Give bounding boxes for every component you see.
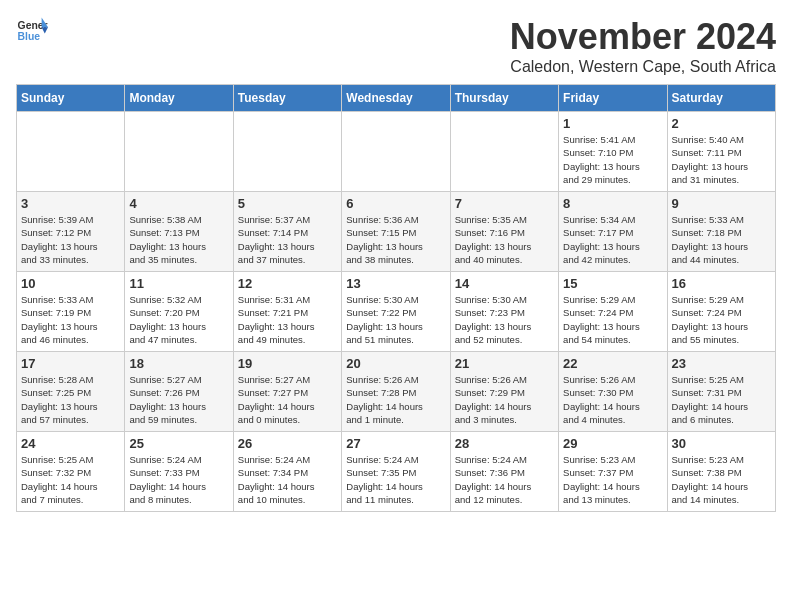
- day-number: 29: [563, 436, 662, 451]
- calendar-cell: 28Sunrise: 5:24 AM Sunset: 7:36 PM Dayli…: [450, 432, 558, 512]
- calendar-cell: 11Sunrise: 5:32 AM Sunset: 7:20 PM Dayli…: [125, 272, 233, 352]
- day-info: Sunrise: 5:26 AM Sunset: 7:30 PM Dayligh…: [563, 373, 662, 426]
- calendar-cell: 1Sunrise: 5:41 AM Sunset: 7:10 PM Daylig…: [559, 112, 667, 192]
- day-number: 19: [238, 356, 337, 371]
- calendar-cell: 8Sunrise: 5:34 AM Sunset: 7:17 PM Daylig…: [559, 192, 667, 272]
- calendar-cell: 10Sunrise: 5:33 AM Sunset: 7:19 PM Dayli…: [17, 272, 125, 352]
- day-info: Sunrise: 5:23 AM Sunset: 7:37 PM Dayligh…: [563, 453, 662, 506]
- calendar-cell: 30Sunrise: 5:23 AM Sunset: 7:38 PM Dayli…: [667, 432, 775, 512]
- calendar-cell: 13Sunrise: 5:30 AM Sunset: 7:22 PM Dayli…: [342, 272, 450, 352]
- day-number: 9: [672, 196, 771, 211]
- day-number: 1: [563, 116, 662, 131]
- calendar-cell: 20Sunrise: 5:26 AM Sunset: 7:28 PM Dayli…: [342, 352, 450, 432]
- calendar-cell: 6Sunrise: 5:36 AM Sunset: 7:15 PM Daylig…: [342, 192, 450, 272]
- calendar-cell: [450, 112, 558, 192]
- day-info: Sunrise: 5:33 AM Sunset: 7:19 PM Dayligh…: [21, 293, 120, 346]
- calendar-table: SundayMondayTuesdayWednesdayThursdayFrid…: [16, 84, 776, 512]
- calendar-cell: 18Sunrise: 5:27 AM Sunset: 7:26 PM Dayli…: [125, 352, 233, 432]
- calendar-cell: 24Sunrise: 5:25 AM Sunset: 7:32 PM Dayli…: [17, 432, 125, 512]
- day-number: 18: [129, 356, 228, 371]
- day-number: 28: [455, 436, 554, 451]
- day-number: 5: [238, 196, 337, 211]
- calendar-cell: 9Sunrise: 5:33 AM Sunset: 7:18 PM Daylig…: [667, 192, 775, 272]
- day-info: Sunrise: 5:32 AM Sunset: 7:20 PM Dayligh…: [129, 293, 228, 346]
- day-number: 21: [455, 356, 554, 371]
- day-info: Sunrise: 5:36 AM Sunset: 7:15 PM Dayligh…: [346, 213, 445, 266]
- day-info: Sunrise: 5:27 AM Sunset: 7:27 PM Dayligh…: [238, 373, 337, 426]
- day-info: Sunrise: 5:33 AM Sunset: 7:18 PM Dayligh…: [672, 213, 771, 266]
- day-number: 16: [672, 276, 771, 291]
- day-info: Sunrise: 5:29 AM Sunset: 7:24 PM Dayligh…: [672, 293, 771, 346]
- day-info: Sunrise: 5:34 AM Sunset: 7:17 PM Dayligh…: [563, 213, 662, 266]
- day-info: Sunrise: 5:25 AM Sunset: 7:32 PM Dayligh…: [21, 453, 120, 506]
- day-number: 24: [21, 436, 120, 451]
- day-number: 10: [21, 276, 120, 291]
- logo: General Blue: [16, 16, 48, 44]
- calendar-cell: 15Sunrise: 5:29 AM Sunset: 7:24 PM Dayli…: [559, 272, 667, 352]
- day-info: Sunrise: 5:40 AM Sunset: 7:11 PM Dayligh…: [672, 133, 771, 186]
- logo-icon: General Blue: [16, 16, 48, 44]
- day-info: Sunrise: 5:28 AM Sunset: 7:25 PM Dayligh…: [21, 373, 120, 426]
- day-info: Sunrise: 5:24 AM Sunset: 7:33 PM Dayligh…: [129, 453, 228, 506]
- calendar-week-row: 3Sunrise: 5:39 AM Sunset: 7:12 PM Daylig…: [17, 192, 776, 272]
- header: General Blue November 2024 Caledon, West…: [16, 16, 776, 76]
- day-info: Sunrise: 5:24 AM Sunset: 7:34 PM Dayligh…: [238, 453, 337, 506]
- calendar-cell: 21Sunrise: 5:26 AM Sunset: 7:29 PM Dayli…: [450, 352, 558, 432]
- calendar-cell: 27Sunrise: 5:24 AM Sunset: 7:35 PM Dayli…: [342, 432, 450, 512]
- day-info: Sunrise: 5:27 AM Sunset: 7:26 PM Dayligh…: [129, 373, 228, 426]
- day-info: Sunrise: 5:24 AM Sunset: 7:35 PM Dayligh…: [346, 453, 445, 506]
- calendar-cell: [342, 112, 450, 192]
- location-title: Caledon, Western Cape, South Africa: [510, 58, 776, 76]
- day-number: 25: [129, 436, 228, 451]
- calendar-week-row: 24Sunrise: 5:25 AM Sunset: 7:32 PM Dayli…: [17, 432, 776, 512]
- calendar-cell: [17, 112, 125, 192]
- calendar-cell: 16Sunrise: 5:29 AM Sunset: 7:24 PM Dayli…: [667, 272, 775, 352]
- day-number: 11: [129, 276, 228, 291]
- day-info: Sunrise: 5:26 AM Sunset: 7:29 PM Dayligh…: [455, 373, 554, 426]
- calendar-cell: 5Sunrise: 5:37 AM Sunset: 7:14 PM Daylig…: [233, 192, 341, 272]
- day-number: 4: [129, 196, 228, 211]
- weekday-header-row: SundayMondayTuesdayWednesdayThursdayFrid…: [17, 85, 776, 112]
- calendar-cell: 4Sunrise: 5:38 AM Sunset: 7:13 PM Daylig…: [125, 192, 233, 272]
- calendar-cell: [233, 112, 341, 192]
- day-info: Sunrise: 5:35 AM Sunset: 7:16 PM Dayligh…: [455, 213, 554, 266]
- weekday-header: Saturday: [667, 85, 775, 112]
- day-info: Sunrise: 5:37 AM Sunset: 7:14 PM Dayligh…: [238, 213, 337, 266]
- calendar-cell: 25Sunrise: 5:24 AM Sunset: 7:33 PM Dayli…: [125, 432, 233, 512]
- day-number: 13: [346, 276, 445, 291]
- day-info: Sunrise: 5:24 AM Sunset: 7:36 PM Dayligh…: [455, 453, 554, 506]
- svg-text:Blue: Blue: [18, 31, 41, 42]
- calendar-cell: 2Sunrise: 5:40 AM Sunset: 7:11 PM Daylig…: [667, 112, 775, 192]
- day-number: 6: [346, 196, 445, 211]
- day-info: Sunrise: 5:39 AM Sunset: 7:12 PM Dayligh…: [21, 213, 120, 266]
- weekday-header: Friday: [559, 85, 667, 112]
- weekday-header: Wednesday: [342, 85, 450, 112]
- day-info: Sunrise: 5:30 AM Sunset: 7:23 PM Dayligh…: [455, 293, 554, 346]
- calendar-cell: 19Sunrise: 5:27 AM Sunset: 7:27 PM Dayli…: [233, 352, 341, 432]
- title-area: November 2024 Caledon, Western Cape, Sou…: [510, 16, 776, 76]
- weekday-header: Thursday: [450, 85, 558, 112]
- calendar-cell: [125, 112, 233, 192]
- day-info: Sunrise: 5:25 AM Sunset: 7:31 PM Dayligh…: [672, 373, 771, 426]
- calendar-cell: 3Sunrise: 5:39 AM Sunset: 7:12 PM Daylig…: [17, 192, 125, 272]
- day-number: 27: [346, 436, 445, 451]
- day-number: 26: [238, 436, 337, 451]
- calendar-cell: 22Sunrise: 5:26 AM Sunset: 7:30 PM Dayli…: [559, 352, 667, 432]
- day-number: 22: [563, 356, 662, 371]
- day-number: 20: [346, 356, 445, 371]
- day-info: Sunrise: 5:29 AM Sunset: 7:24 PM Dayligh…: [563, 293, 662, 346]
- weekday-header: Sunday: [17, 85, 125, 112]
- day-number: 12: [238, 276, 337, 291]
- day-number: 3: [21, 196, 120, 211]
- calendar-cell: 12Sunrise: 5:31 AM Sunset: 7:21 PM Dayli…: [233, 272, 341, 352]
- day-info: Sunrise: 5:30 AM Sunset: 7:22 PM Dayligh…: [346, 293, 445, 346]
- calendar-week-row: 17Sunrise: 5:28 AM Sunset: 7:25 PM Dayli…: [17, 352, 776, 432]
- calendar-cell: 26Sunrise: 5:24 AM Sunset: 7:34 PM Dayli…: [233, 432, 341, 512]
- day-number: 15: [563, 276, 662, 291]
- calendar-week-row: 10Sunrise: 5:33 AM Sunset: 7:19 PM Dayli…: [17, 272, 776, 352]
- day-number: 30: [672, 436, 771, 451]
- weekday-header: Tuesday: [233, 85, 341, 112]
- day-info: Sunrise: 5:38 AM Sunset: 7:13 PM Dayligh…: [129, 213, 228, 266]
- calendar-cell: 7Sunrise: 5:35 AM Sunset: 7:16 PM Daylig…: [450, 192, 558, 272]
- month-title: November 2024: [510, 16, 776, 58]
